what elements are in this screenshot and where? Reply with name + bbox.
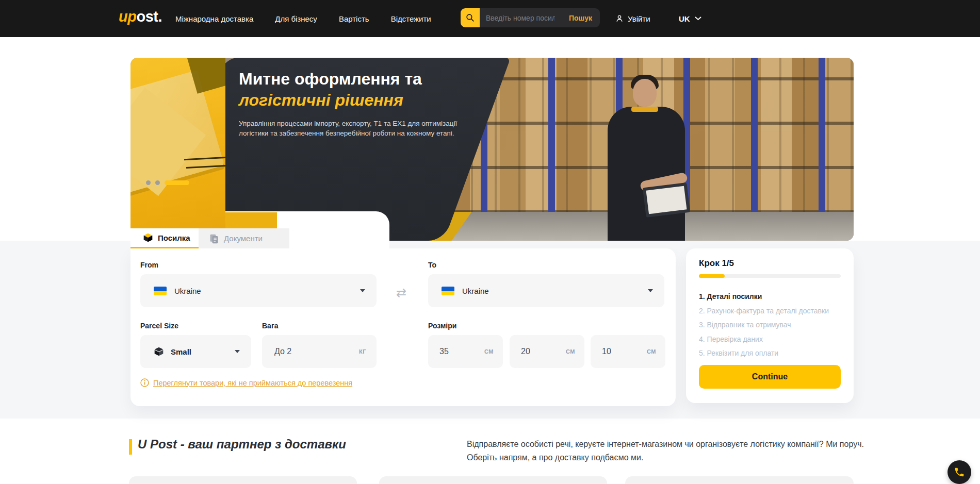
hero-yellow-sliver bbox=[225, 212, 277, 228]
parcel-size-select[interactable]: Small bbox=[140, 335, 251, 368]
continue-button[interactable]: Continue bbox=[699, 365, 841, 389]
weight-field: кг bbox=[262, 335, 377, 368]
call-widget-button[interactable] bbox=[948, 460, 971, 484]
section-heading: U Post - ваш партнер з доставки bbox=[138, 437, 346, 452]
category-card[interactable] bbox=[625, 476, 854, 484]
tab-row: Посилка Документи bbox=[130, 228, 389, 248]
progress-track bbox=[699, 274, 841, 278]
from-label: From bbox=[140, 261, 158, 269]
steps-panel: Крок 1/5 1. Деталі посилки 2. Рахунок-фа… bbox=[686, 248, 854, 403]
photo-shape-head bbox=[633, 79, 657, 107]
dimension-height-input[interactable] bbox=[602, 347, 626, 356]
caret-down-icon bbox=[648, 289, 653, 292]
dimension-length-field: см bbox=[428, 335, 503, 368]
to-country-value: Ukraine bbox=[462, 287, 489, 295]
hero-title-line2: логістичні рішення bbox=[239, 90, 476, 110]
category-card[interactable] bbox=[379, 476, 607, 484]
tab-documents[interactable]: Документи bbox=[199, 228, 289, 248]
login-label: Увійти bbox=[628, 14, 650, 23]
hero-text-block: Митне оформлення та логістичні рішення У… bbox=[239, 68, 476, 138]
step-item-5: 5. Реквізити для оплати bbox=[699, 346, 848, 361]
step-item-3: 3. Відправник та отримувач bbox=[699, 318, 848, 332]
search-input[interactable] bbox=[480, 8, 561, 27]
swap-directions-button[interactable]: ⇄ bbox=[391, 282, 412, 303]
restricted-items-link[interactable]: Переглянути товари, які не приймаються д… bbox=[140, 378, 352, 387]
parcel-size-value: Small bbox=[171, 347, 191, 356]
info-icon bbox=[140, 378, 149, 387]
parcel-box-icon bbox=[143, 232, 153, 243]
photo-shape-torso bbox=[608, 107, 685, 241]
dimension-unit: см bbox=[566, 348, 575, 355]
ukraine-flag-icon bbox=[154, 287, 167, 295]
progress-fill bbox=[699, 274, 725, 278]
header: upost. Міжнародна доставка Для бізнесу В… bbox=[0, 0, 980, 37]
step-item-1: 1. Деталі посилки bbox=[699, 290, 848, 304]
search-icon-button[interactable] bbox=[461, 8, 480, 27]
dimension-height-field: см bbox=[591, 335, 665, 368]
nav-item-international[interactable]: Міжнародна доставка bbox=[175, 14, 253, 23]
tab-documents-label: Документи bbox=[224, 234, 263, 243]
carousel-dots bbox=[146, 180, 189, 185]
caret-down-icon bbox=[235, 350, 240, 353]
photo-shape-clipboard bbox=[643, 182, 690, 218]
language-selector[interactable]: UK bbox=[679, 0, 701, 37]
to-country-select[interactable]: Ukraine bbox=[428, 274, 664, 307]
user-icon bbox=[615, 14, 624, 23]
nav-item-pricing[interactable]: Вартість bbox=[339, 14, 369, 23]
dimension-unit: см bbox=[647, 348, 656, 355]
from-country-value: Ukraine bbox=[174, 287, 201, 295]
ukraine-flag-icon bbox=[442, 287, 454, 295]
hero-yellow-panel bbox=[130, 58, 225, 228]
section-paragraph: Відправляєте особисті речі, керуєте інте… bbox=[467, 438, 865, 464]
dimension-length-input[interactable] bbox=[439, 347, 463, 356]
step-item-2: 2. Рахунок-фактура та деталі доставки bbox=[699, 304, 848, 319]
dimensions-label: Розміри bbox=[428, 322, 456, 330]
chevron-down-icon bbox=[695, 16, 701, 21]
carousel-dot-active[interactable] bbox=[165, 180, 189, 185]
main-nav: Міжнародна доставка Для бізнесу Вартість… bbox=[175, 0, 431, 37]
from-country-select[interactable]: Ukraine bbox=[140, 274, 377, 307]
logo[interactable]: upost. bbox=[119, 8, 162, 25]
parcel-size-box-icon bbox=[154, 346, 164, 357]
photo-shape-paper bbox=[646, 186, 687, 214]
heading-accent-bar bbox=[129, 439, 132, 455]
search-icon bbox=[465, 13, 475, 23]
weight-unit: кг bbox=[359, 348, 366, 355]
nav-item-business[interactable]: Для бізнесу bbox=[275, 14, 317, 23]
language-code: UK bbox=[679, 14, 690, 23]
weight-input[interactable] bbox=[274, 347, 331, 356]
dimension-width-field: см bbox=[510, 335, 584, 368]
restricted-items-link-label: Переглянути товари, які не приймаються д… bbox=[153, 379, 352, 387]
logo-part-white: ost. bbox=[136, 8, 162, 25]
weight-label: Вага bbox=[262, 322, 279, 330]
hero-title-line1: Митне оформлення та bbox=[239, 68, 476, 90]
steps-list: 1. Деталі посилки 2. Рахунок-фактура та … bbox=[699, 290, 848, 361]
carousel-dot[interactable] bbox=[155, 180, 160, 185]
to-label: To bbox=[428, 261, 436, 269]
tab-parcel[interactable]: Посилка bbox=[130, 228, 199, 248]
logo-part-yellow: up bbox=[119, 8, 136, 25]
category-card[interactable] bbox=[129, 476, 357, 484]
photo-shape-collar bbox=[631, 107, 658, 112]
search-submit-button[interactable]: Пошук bbox=[561, 8, 600, 27]
parcel-size-label: Parcel Size bbox=[140, 322, 178, 330]
dimension-width-input[interactable] bbox=[521, 347, 545, 356]
caret-down-icon bbox=[360, 289, 365, 292]
carousel-dot[interactable] bbox=[146, 180, 151, 185]
step-item-4: 4. Перевірка даних bbox=[699, 332, 848, 347]
hero-subtitle: Управління процесами імпорту, експорту, … bbox=[239, 119, 462, 138]
shipment-form-card: From Ukraine ⇄ To Ukraine Parcel Size Sm… bbox=[130, 248, 676, 406]
dimension-unit: см bbox=[484, 348, 494, 355]
photo-warehouse-worker bbox=[579, 71, 713, 241]
phone-icon bbox=[954, 466, 965, 478]
tab-parcel-label: Посилка bbox=[158, 233, 190, 242]
documents-icon bbox=[209, 233, 219, 244]
nav-item-track[interactable]: Відстежити bbox=[391, 14, 431, 23]
tracking-search: Пошук bbox=[461, 8, 600, 27]
steps-title: Крок 1/5 bbox=[699, 258, 734, 269]
login-button[interactable]: Увійти bbox=[615, 0, 650, 37]
